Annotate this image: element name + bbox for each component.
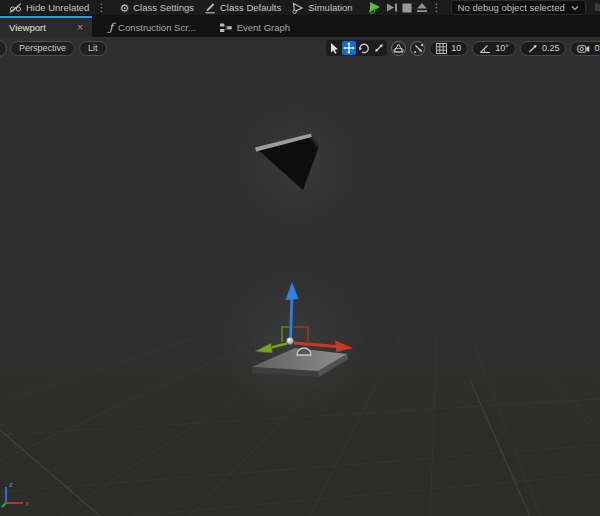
axis-x-label: x: [25, 499, 29, 508]
function-icon: ƒ: [109, 23, 113, 32]
document-tab-bar: Viewport × ƒ Construction Scr... Event G…: [0, 16, 600, 37]
eject-icon: [416, 2, 428, 13]
surface-snapping-button[interactable]: [410, 41, 425, 56]
grid-snap-value: 10: [451, 43, 461, 53]
lit-label: Lit: [88, 43, 98, 53]
rotate-icon: [358, 42, 370, 54]
scale-icon: [373, 42, 385, 54]
gizmo-center-sphere[interactable]: [287, 338, 294, 345]
grid-snap-control[interactable]: 10: [429, 41, 468, 56]
cursor-icon: [329, 42, 340, 54]
viewport-3d[interactable]: Perspective Lit: [0, 37, 600, 516]
frame-skip-icon: [386, 2, 398, 13]
play-icon: [368, 1, 382, 14]
main-toolbar: Hide Unrelated ⋮ ⚙ Class Settings Class …: [0, 0, 600, 16]
tab-viewport[interactable]: Viewport ×: [0, 16, 92, 37]
viewport-toolbar: 10 10° 0.25: [326, 40, 600, 56]
scene-canvas[interactable]: [0, 37, 600, 516]
tab-event-graph[interactable]: Event Graph: [211, 16, 299, 37]
axis-z-label: z: [9, 480, 13, 489]
hide-unrelated-button[interactable]: Hide Unrelated: [4, 0, 94, 16]
tab-construction-script[interactable]: ƒ Construction Scr...: [100, 16, 205, 37]
simulation-icon: [291, 2, 304, 14]
debug-object-value: No debug object selected: [458, 2, 565, 13]
graph-icon: [220, 23, 232, 33]
class-settings-label: Class Settings: [133, 2, 194, 13]
coordinate-space-button[interactable]: [391, 41, 406, 56]
chevron-down-icon: [571, 5, 579, 11]
lit-mode-button[interactable]: Lit: [79, 41, 107, 56]
perspective-button[interactable]: Perspective: [10, 41, 75, 56]
world-space-icon: [392, 42, 405, 54]
class-defaults-button[interactable]: Class Defaults: [199, 0, 286, 16]
move-tool-button[interactable]: [342, 41, 356, 55]
simulation-label: Simulation: [308, 2, 352, 13]
select-tool-button[interactable]: [327, 41, 341, 55]
axis-indicator: z x: [0, 474, 42, 514]
hide-unrelated-icon: [9, 2, 22, 14]
play-button[interactable]: [368, 1, 382, 14]
scale-tool-button[interactable]: [372, 41, 386, 55]
camera-speed-control[interactable]: 0.1: [570, 41, 600, 56]
grid-snap-icon: [436, 43, 447, 54]
browse-debug-object-icon[interactable]: [594, 1, 600, 15]
class-settings-button[interactable]: ⚙ Class Settings: [114, 0, 199, 16]
scale-snap-control[interactable]: 0.25: [520, 41, 567, 56]
scale-snap-icon: [527, 43, 538, 54]
gear-icon: ⚙: [119, 3, 129, 13]
class-defaults-label: Class Defaults: [220, 2, 281, 13]
eject-button[interactable]: [416, 1, 428, 14]
stop-icon: [402, 3, 412, 13]
scale-snap-value: 0.25: [542, 43, 560, 53]
perspective-label: Perspective: [19, 43, 66, 53]
move-icon: [343, 42, 355, 54]
debug-object-dropdown[interactable]: No debug object selected: [451, 0, 586, 15]
angle-snap-icon: [479, 43, 491, 54]
surface-snap-icon: [412, 42, 424, 54]
hide-unrelated-options-icon[interactable]: ⋮: [94, 2, 106, 13]
tab-construction-script-label: Construction Scr...: [118, 22, 196, 33]
transform-tool-group: [326, 40, 387, 56]
simulation-button[interactable]: Simulation: [286, 0, 357, 16]
blueprint-editor-window: Hide Unrelated ⋮ ⚙ Class Settings Class …: [0, 0, 600, 516]
camera-speed-value: 0.1: [594, 43, 600, 53]
close-tab-icon[interactable]: ×: [71, 22, 83, 33]
wrench-icon: [204, 2, 216, 14]
stop-button[interactable]: [402, 1, 412, 14]
frame-skip-button[interactable]: [386, 1, 398, 14]
hide-unrelated-label: Hide Unrelated: [26, 2, 89, 13]
play-options-icon[interactable]: ⋮: [430, 2, 442, 13]
rotate-tool-button[interactable]: [357, 41, 371, 55]
camera-icon: [577, 43, 590, 54]
tab-event-graph-label: Event Graph: [237, 22, 290, 33]
rotation-snap-control[interactable]: 10°: [472, 41, 516, 56]
rotation-snap-value: 10°: [495, 43, 509, 53]
tab-viewport-label: Viewport: [9, 22, 46, 33]
